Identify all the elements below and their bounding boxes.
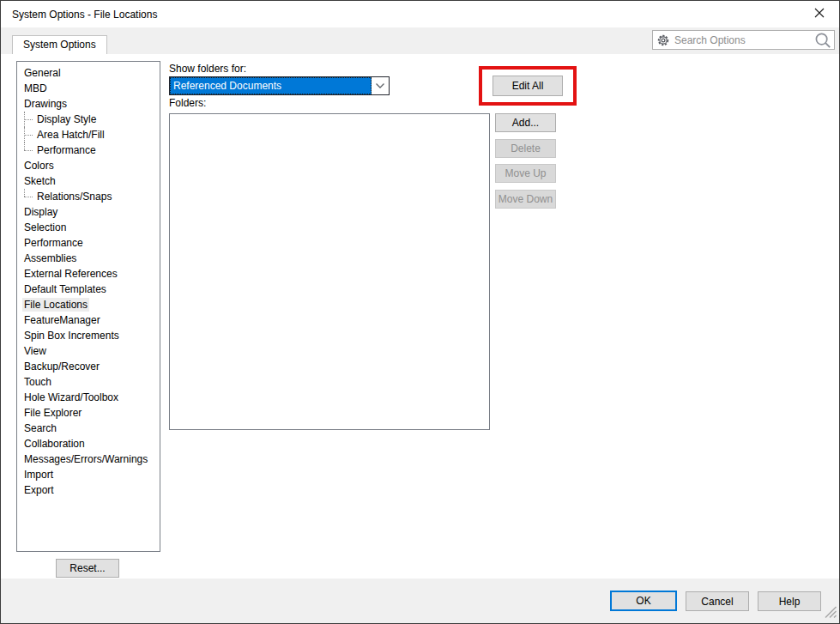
sidebar-item-mbd[interactable]: MBD bbox=[17, 81, 160, 96]
sidebar-item-display-style[interactable]: Display Style bbox=[17, 112, 160, 127]
sidebar-item-label: Export bbox=[22, 483, 56, 497]
tab-strip: System Options bbox=[1, 27, 839, 54]
system-options-dialog: System Options - File Locations System O… bbox=[0, 0, 840, 624]
sidebar-item-touch[interactable]: Touch bbox=[17, 374, 160, 390]
sidebar-item-assemblies[interactable]: Assemblies bbox=[17, 251, 160, 266]
sidebar-item-label: Display Style bbox=[35, 112, 98, 126]
search-input[interactable] bbox=[674, 34, 811, 46]
red-highlight-annotation: Edit All bbox=[479, 66, 577, 106]
sidebar-item-label: Search bbox=[22, 421, 58, 435]
close-button[interactable] bbox=[800, 1, 839, 27]
ok-button[interactable]: OK bbox=[610, 591, 677, 611]
tab-system-options[interactable]: System Options bbox=[12, 35, 107, 54]
tree-branch-line bbox=[24, 142, 35, 158]
cancel-button[interactable]: Cancel bbox=[686, 591, 749, 611]
sidebar-item-file-locations[interactable]: File Locations bbox=[17, 297, 160, 312]
sidebar-item-label: Default Templates bbox=[22, 282, 108, 296]
sidebar-item-file-explorer[interactable]: File Explorer bbox=[17, 405, 160, 421]
chevron-down-icon[interactable] bbox=[372, 77, 389, 94]
tree-branch-line bbox=[24, 127, 35, 142]
sidebar-item-label: MBD bbox=[22, 82, 49, 95]
sidebar-item-featuremanager[interactable]: FeatureManager bbox=[17, 312, 160, 328]
reset-button[interactable]: Reset... bbox=[56, 559, 119, 578]
tree-branch-line bbox=[24, 112, 35, 127]
add-button[interactable]: Add... bbox=[495, 113, 556, 132]
sidebar-item-label: FeatureManager bbox=[22, 313, 102, 327]
sidebar-item-view[interactable]: View bbox=[17, 343, 160, 359]
sidebar-item-label: File Locations bbox=[22, 298, 89, 312]
search-options-box[interactable] bbox=[652, 30, 835, 50]
sidebar-item-collaboration[interactable]: Collaboration bbox=[17, 436, 160, 451]
sidebar-item-label: Relations/Snaps bbox=[35, 190, 113, 203]
sidebar-item-spin-box-increments[interactable]: Spin Box Increments bbox=[17, 328, 160, 343]
sidebar-item-label: Display bbox=[22, 205, 59, 219]
sidebar-item-label: External References bbox=[22, 267, 119, 281]
sidebar-item-external-references[interactable]: External References bbox=[17, 266, 160, 282]
gear-icon[interactable] bbox=[656, 33, 670, 47]
sidebar-item-label: Sketch bbox=[22, 174, 57, 188]
sidebar-item-label: View bbox=[22, 344, 48, 358]
sidebar-item-export[interactable]: Export bbox=[17, 482, 160, 498]
edit-all-button[interactable]: Edit All bbox=[493, 76, 563, 96]
sidebar-item-label: File Explorer bbox=[22, 406, 83, 420]
sidebar-item-label: Collaboration bbox=[22, 437, 87, 451]
sidebar-item-label: Assemblies bbox=[22, 251, 78, 265]
sidebar-item-label: Spin Box Increments bbox=[22, 329, 121, 342]
sidebar-item-performance[interactable]: Performance bbox=[17, 142, 160, 158]
sidebar-item-label: Colors bbox=[22, 159, 56, 173]
dialog-footer: OK Cancel Help bbox=[1, 579, 839, 623]
close-icon bbox=[814, 8, 825, 21]
sidebar-item-area-hatch-fill[interactable]: Area Hatch/Fill bbox=[17, 127, 160, 142]
folders-listbox[interactable] bbox=[169, 113, 490, 430]
sidebar-item-label: Touch bbox=[22, 375, 53, 389]
sidebar-item-label: Drawings bbox=[22, 97, 69, 111]
sidebar-item-import[interactable]: Import bbox=[17, 467, 160, 482]
folders-label: Folders: bbox=[169, 97, 206, 109]
sidebar-item-messages-errors-warnings[interactable]: Messages/Errors/Warnings bbox=[17, 451, 160, 467]
show-folders-label: Show folders for: bbox=[169, 63, 246, 75]
sidebar-item-label: Selection bbox=[22, 221, 68, 234]
sidebar-item-backup-recover[interactable]: Backup/Recover bbox=[17, 359, 160, 374]
sidebar-item-label: Hole Wizard/Toolbox bbox=[22, 391, 120, 404]
tree-branch-line bbox=[24, 189, 35, 204]
sidebar-item-label: Area Hatch/Fill bbox=[35, 128, 106, 142]
sidebar-item-performance[interactable]: Performance bbox=[17, 235, 160, 251]
sidebar-item-drawings[interactable]: Drawings bbox=[17, 96, 160, 112]
sidebar-item-label: Import bbox=[22, 468, 55, 482]
sidebar-item-general[interactable]: General bbox=[17, 65, 160, 81]
sidebar-item-relations-snaps[interactable]: Relations/Snaps bbox=[17, 189, 160, 204]
move-up-button[interactable]: Move Up bbox=[495, 164, 556, 183]
move-down-button[interactable]: Move Down bbox=[495, 190, 556, 209]
sidebar-item-label: Messages/Errors/Warnings bbox=[22, 452, 149, 466]
help-button[interactable]: Help bbox=[758, 591, 821, 611]
search-icon[interactable] bbox=[814, 32, 831, 49]
sidebar-item-label: Backup/Recover bbox=[22, 360, 101, 373]
sidebar-item-label: General bbox=[22, 66, 63, 80]
show-folders-dropdown[interactable]: Referenced Documents bbox=[169, 76, 390, 95]
dropdown-selected-value: Referenced Documents bbox=[170, 77, 372, 94]
dialog-content: GeneralMBDDrawingsDisplay StyleArea Hatc… bbox=[1, 54, 839, 580]
sidebar-item-label: Performance bbox=[35, 143, 98, 157]
sidebar-item-selection[interactable]: Selection bbox=[17, 220, 160, 235]
sidebar-item-display[interactable]: Display bbox=[17, 204, 160, 220]
sidebar-item-colors[interactable]: Colors bbox=[17, 158, 160, 173]
sidebar-item-label: Performance bbox=[22, 236, 85, 250]
dialog-title: System Options - File Locations bbox=[1, 9, 157, 21]
resize-grip[interactable] bbox=[822, 603, 837, 621]
options-tree[interactable]: GeneralMBDDrawingsDisplay StyleArea Hatc… bbox=[16, 61, 160, 552]
title-bar: System Options - File Locations bbox=[1, 1, 839, 27]
sidebar-item-sketch[interactable]: Sketch bbox=[17, 173, 160, 189]
sidebar-item-default-templates[interactable]: Default Templates bbox=[17, 282, 160, 297]
sidebar-item-hole-wizard-toolbox[interactable]: Hole Wizard/Toolbox bbox=[17, 390, 160, 405]
delete-button[interactable]: Delete bbox=[495, 139, 556, 158]
sidebar-item-search[interactable]: Search bbox=[17, 421, 160, 436]
